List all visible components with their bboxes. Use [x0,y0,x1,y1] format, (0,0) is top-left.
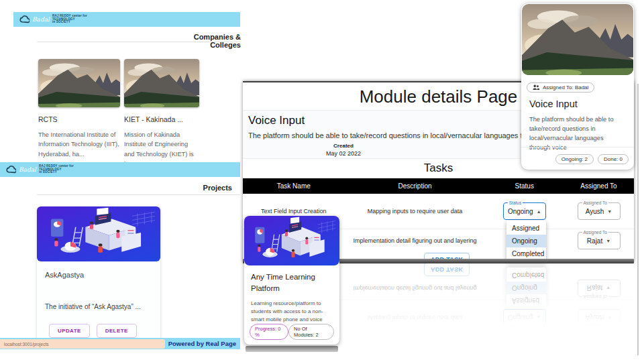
chevron-down-icon: ▼ [606,239,610,243]
assigned-value: Ayush [586,208,604,215]
created-date: May 02 2022 [300,150,387,157]
ongoing-chip: Ongoing: 2 [555,154,594,164]
brand-logo[interactable]: Badal RAJ REDDY center for TECHNOLOGY in… [5,165,74,174]
col-assigned-to: Assigned To [564,182,634,190]
col-task-name: Task Name [243,182,345,190]
mountain-photo [38,59,120,107]
screen: Badal RAJ REDDY center for TECHNOLOGY in… [0,0,644,362]
divider [37,42,240,42]
brand-name: Badal [32,16,50,23]
status-select-label: Status [508,200,523,205]
company-card-rcts[interactable]: RCTS The International Institute of Info… [38,59,120,159]
brand-name: Badal [19,166,36,173]
assigned-select-label: Assigned To [582,200,608,205]
card-title: Any Time Learning Platform [251,272,333,294]
project-illustration [37,206,160,261]
companies-heading: Companies & Colleges [171,33,241,49]
card-title: KIET - Kakinada ... [124,115,199,123]
task-name-cell: Text Field Input Creation [243,208,345,215]
modules-chip: No Of Modules: 2 [288,324,334,340]
mountain-photo [522,4,633,75]
mountain-photo [124,59,199,107]
done-chip: Done: 0 [598,154,629,164]
card-title: RCTS [38,115,120,123]
project-illustration [244,216,339,265]
status-url-bar: localhost:3001/projects [0,339,165,349]
divider [521,147,634,147]
description-cell: Implementation detail figuring out and l… [345,237,486,244]
companies-header-bar: Badal RAJ REDDY center for TECHNOLOGY in… [13,12,240,27]
project-card-atl[interactable]: Any Time Learning Platform Learning reso… [244,216,339,345]
status-select[interactable]: Status Ongoing ▲ [503,202,546,220]
powered-by-text: Powered by Real Page [168,340,236,347]
card-reflection [246,346,338,352]
update-button[interactable]: UPDATE [49,324,90,338]
chevron-down-icon: ▼ [607,209,612,214]
divider [37,194,240,195]
people-icon [533,84,540,90]
tasks-table-header: Task Name Description Status Assigned To [243,178,634,194]
menu-item-ongoing[interactable]: Ongoing [506,235,546,247]
assigned-value: Rajat [587,237,602,245]
chevron-up-icon: ▲ [537,209,541,214]
status-dropdown-menu: Assigned Ongoing Completed [506,221,546,261]
org-logo-text: RAJ REDDY center for TECHNOLOGY in SOCIE… [39,165,74,174]
projects-header-bar: Badal RAJ REDDY center for TECHNOLOGY in… [0,162,240,177]
assigned-select[interactable]: Assigned To Rajat ▼ [578,232,621,249]
projects-heading: Projects [203,184,232,192]
menu-item-assigned[interactable]: Assigned [506,222,546,235]
brand-logo[interactable]: Badal RAJ REDDY center for TECHNOLOGY in… [19,15,87,24]
assigned-chip: Assigned To: Badal [527,82,594,93]
cloud-icon [19,15,30,23]
card-title: AskAgastya [45,271,160,279]
org-logo-text: RAJ REDDY center for TECHNOLOGY in SOCIE… [52,15,87,24]
col-status: Status [485,182,564,190]
cloud-icon [5,166,16,174]
project-card-askagastya[interactable]: AskAgastya The initiative of “Ask Agasty… [37,206,160,342]
delete-button[interactable]: DELETE [97,324,137,338]
module-card[interactable]: Assigned To: Badal Voice Input The platf… [521,3,634,170]
card-title: Voice Input [529,99,634,109]
assigned-select-label: Assigned To [582,230,608,235]
status-url: localhost:3001/projects [4,342,49,347]
status-value: Ongoing [508,208,533,215]
created-label: Created [300,143,387,149]
description-cell: Mapping inputs to require user data [345,208,486,215]
progress-chip: Progress: 0 % [250,324,288,340]
assigned-select[interactable]: Assigned To Ayush ▼ [578,202,621,220]
card-description: The International Institute of Informati… [38,130,120,159]
card-description: The initiative of “Ask Agastya” ... [45,302,152,312]
company-card-kiet[interactable]: KIET - Kakinada ... Mission of Kakinada … [124,59,199,169]
scrollbar[interactable] [637,84,639,355]
col-description: Description [345,182,486,190]
created-block: Created May 02 2022 [300,143,387,157]
